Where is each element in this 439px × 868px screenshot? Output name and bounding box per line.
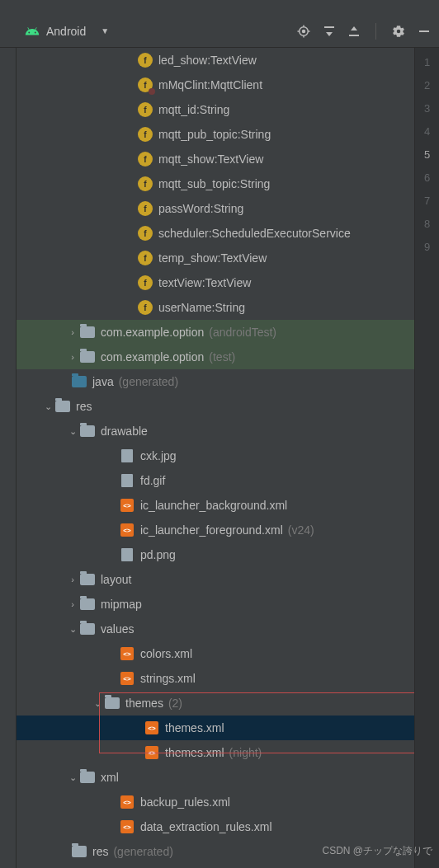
line-number: 7 [415, 195, 439, 218]
line-number: 4 [415, 125, 439, 148]
tree-item-suffix: (test) [209, 350, 235, 364]
android-icon [25, 24, 40, 39]
tree-item-label: cxk.jpg [140, 449, 177, 462]
field-icon: f [138, 226, 153, 241]
field-mqtt_show[interactable]: fmqtt_show:TextView [17, 147, 414, 171]
field-mMqClint[interactable]: fmMqClint:MqttClient [17, 73, 414, 97]
file-ic_launcher_foreground-xml[interactable]: <>ic_launcher_foreground.xml(v24) [17, 518, 414, 542]
resource-manager-tab[interactable] [0, 48, 3, 58]
tree-item-label: textView:TextView [158, 276, 251, 289]
file-colors-xml[interactable]: <>colors.xml [17, 641, 414, 666]
chevron-right-icon[interactable]: › [66, 599, 79, 609]
field-icon: f [138, 152, 153, 167]
line-number: 6 [415, 171, 439, 195]
expand-icon[interactable] [323, 25, 336, 38]
file-pd-png[interactable]: pd.png [17, 542, 414, 567]
xml-folder[interactable]: ⌄xml [17, 765, 414, 790]
collapse-icon[interactable] [347, 25, 361, 38]
field-scheduler[interactable]: fscheduler:ScheduledExecutorService [17, 221, 414, 246]
chevron-down-icon[interactable]: ▼ [101, 26, 109, 35]
field-textView[interactable]: ftextView:TextView [17, 270, 414, 295]
tree-item-label: ic_launcher_background.xml [140, 499, 287, 512]
field-temp_show[interactable]: ftemp_show:TextView [17, 246, 414, 270]
tree-item-label: xml [101, 771, 119, 784]
file-data_extraction_rules-xml[interactable]: <>data_extraction_rules.xml [17, 814, 414, 839]
folder-icon [72, 846, 87, 857]
field-mqtt_sub_topic[interactable]: fmqtt_sub_topic:String [17, 171, 414, 196]
svg-marker-7 [326, 32, 333, 36]
field-userName[interactable]: fuserName:String [17, 295, 414, 320]
image-file-icon [121, 548, 133, 561]
line-number: 3 [415, 102, 439, 125]
chevron-down-icon[interactable]: ⌄ [41, 401, 54, 412]
chevron-down-icon[interactable]: ⌄ [91, 698, 104, 709]
file-backup_rules-xml[interactable]: <>backup_rules.xml [17, 790, 414, 814]
field-led_show[interactable]: fled_show:TextView [17, 48, 414, 73]
divider [375, 23, 376, 40]
tree-item-label: com.example.option [101, 326, 204, 339]
gear-icon[interactable] [391, 24, 406, 39]
file-fd-gif[interactable]: fd.gif [17, 468, 414, 493]
chevron-right-icon[interactable]: › [66, 352, 79, 362]
folder-icon [80, 574, 95, 585]
line-number: 1 [415, 56, 439, 79]
line-number: 8 [415, 218, 439, 241]
tree-item-label: led_show:TextView [158, 54, 257, 67]
chevron-down-icon[interactable]: ⌄ [66, 624, 79, 635]
xml-file-icon: <> [145, 746, 158, 759]
folder-icon [80, 326, 95, 338]
tree-item-label: pd.png [140, 548, 176, 561]
xml-file-icon: <> [120, 647, 134, 660]
layout-folder[interactable]: ›layout [17, 567, 414, 592]
svg-rect-8 [349, 35, 359, 36]
drawable-folder[interactable]: ⌄drawable [17, 419, 414, 443]
file-themes-xml[interactable]: <>themes.xml(night) [17, 740, 414, 765]
java-folder-icon [72, 376, 87, 387]
tree-item-label: java [92, 375, 114, 388]
tree-item-label: themes [125, 697, 163, 710]
tree-item-label: userName:String [158, 301, 245, 314]
line-number: 2 [415, 79, 439, 102]
res-folder[interactable]: ⌄res [17, 394, 414, 419]
xml-file-icon: <> [120, 820, 134, 833]
folder-icon [80, 425, 95, 437]
field-mqtt_id[interactable]: fmqtt_id:String [17, 97, 414, 122]
field-private-icon: f [138, 77, 153, 92]
folder-icon [105, 697, 120, 709]
folder-icon [80, 623, 95, 635]
tree-item-label: layout [101, 573, 131, 586]
file-themes-xml[interactable]: <>themes.xml [17, 716, 414, 740]
tree-item-label: mqtt_sub_topic:String [158, 177, 270, 190]
file-ic_launcher_background-xml[interactable]: <>ic_launcher_background.xml [17, 493, 414, 518]
folder-icon [80, 351, 95, 363]
field-icon: f [138, 102, 153, 117]
field-passWord[interactable]: fpassWord:String [17, 196, 414, 221]
minimize-icon[interactable] [418, 25, 431, 38]
field-icon: f [138, 251, 153, 265]
folder-icon [80, 772, 95, 783]
line-number: 5 [415, 148, 439, 171]
chevron-right-icon[interactable]: › [66, 575, 79, 584]
xml-file-icon: <> [120, 795, 134, 809]
package-item[interactable]: ›com.example.option(test) [17, 345, 414, 369]
field-mqtt_pub_topic[interactable]: fmqtt_pub_topic:String [17, 122, 414, 147]
view-selector-label[interactable]: Android [46, 25, 86, 38]
mipmap-folder[interactable]: ›mipmap [17, 592, 414, 617]
values-folder[interactable]: ⌄values [17, 617, 414, 641]
field-icon: f [138, 275, 153, 290]
chevron-down-icon[interactable]: ⌄ [66, 426, 79, 437]
java-generated-folder[interactable]: java(generated) [17, 369, 414, 394]
tree-item-label: colors.xml [140, 647, 192, 660]
chevron-down-icon[interactable]: ⌄ [66, 772, 79, 783]
package-item[interactable]: ›com.example.option(androidTest) [17, 320, 414, 345]
project-tree[interactable]: fled_show:TextViewfmMqClint:MqttClientfm… [17, 48, 414, 868]
file-cxk-jpg[interactable]: cxk.jpg [17, 443, 414, 468]
svg-point-1 [303, 30, 305, 32]
tree-item-label: com.example.option [101, 350, 204, 364]
chevron-right-icon[interactable]: › [66, 327, 79, 337]
tree-item-suffix: (androidTest) [209, 326, 276, 339]
target-icon[interactable] [296, 24, 311, 39]
themes-folder[interactable]: ⌄themes(2) [17, 691, 414, 716]
tree-item-label: backup_rules.xml [140, 795, 230, 809]
file-strings-xml[interactable]: <>strings.xml [17, 666, 414, 691]
